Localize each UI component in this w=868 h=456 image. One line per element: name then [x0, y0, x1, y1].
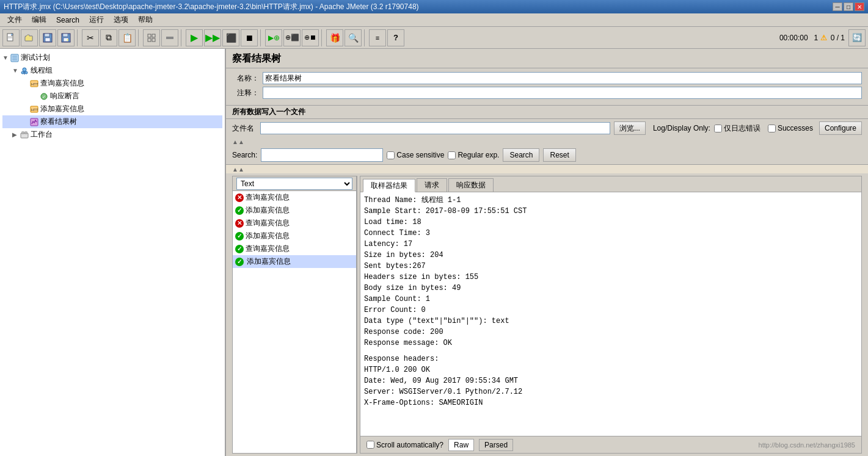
- menu-help[interactable]: 帮助: [133, 13, 158, 26]
- raw-button[interactable]: Raw: [448, 439, 474, 451]
- successes-checkbox[interactable]: [768, 125, 776, 132]
- scroll-auto-label[interactable]: Scroll automatically?: [367, 441, 443, 449]
- toolbar-remote-shutdown[interactable]: ⊕⏹: [302, 29, 319, 46]
- detail-line: Server: WSGIServer/0.1 Python/2.7.12: [364, 386, 858, 397]
- expand-icon-add: ▶: [22, 106, 29, 112]
- menu-options[interactable]: 选项: [109, 13, 133, 26]
- maximize-button[interactable]: □: [844, 2, 853, 11]
- status-green-icon: ✓: [235, 232, 244, 241]
- status-green-icon: ✓: [235, 245, 244, 253]
- panel-divider-2[interactable]: ▲▲: [226, 165, 868, 173]
- tree-item-assertion[interactable]: ▶ ✓ 响应断言: [2, 90, 222, 103]
- list-item[interactable]: ✓添加嘉宾信息: [233, 204, 356, 217]
- toolbar-shutdown[interactable]: ⏹: [241, 29, 258, 46]
- search-input[interactable]: [261, 148, 383, 162]
- menu-file[interactable]: 文件: [2, 13, 27, 26]
- file-input[interactable]: [260, 122, 610, 134]
- toolbar-log-level[interactable]: ≡: [369, 29, 386, 46]
- detail-line: Response code: 200: [364, 327, 858, 338]
- name-input[interactable]: [263, 72, 862, 84]
- toolbar-saveas[interactable]: *: [57, 29, 75, 46]
- expand-icon: ▼: [2, 54, 10, 61]
- error-only-label[interactable]: 仅日志错误: [714, 123, 760, 134]
- toolbar-help[interactable]: ?: [387, 29, 404, 46]
- tab-request[interactable]: 请求: [417, 178, 447, 192]
- tab-sampler-result[interactable]: 取样器结果: [363, 179, 415, 192]
- comment-input[interactable]: [263, 87, 862, 99]
- list-item[interactable]: ✓查询嘉宾信息: [233, 242, 356, 255]
- panel-title: 察看结果树: [232, 53, 281, 63]
- browse-button[interactable]: 浏览...: [614, 121, 646, 135]
- list-item[interactable]: ✓添加嘉宾信息: [233, 230, 356, 242]
- titlebar-buttons: ─ □ ✕: [833, 2, 864, 11]
- regular-exp-label[interactable]: Regular exp.: [448, 151, 499, 159]
- expand-icon-thread: ▼: [12, 67, 20, 74]
- tab-response-data[interactable]: 响应数据: [448, 178, 494, 192]
- search-label: Search:: [232, 151, 257, 159]
- toolbar-copy[interactable]: ⧉: [100, 29, 117, 46]
- tree-item-threadgroup[interactable]: ▼ 线程组: [2, 64, 222, 77]
- name-label: 名称：: [232, 73, 263, 84]
- parsed-button[interactable]: Parsed: [479, 439, 513, 451]
- detail-panel: 取样器结果 请求 响应数据 Thread Name: 线程组 1-1Sample…: [360, 176, 862, 454]
- toolbar-open[interactable]: [21, 29, 38, 46]
- detail-line: X-Frame-Options: SAMEORIGIN: [364, 397, 858, 408]
- regular-exp-checkbox[interactable]: [448, 151, 456, 159]
- tree-item-query1[interactable]: ▶ HTTP 查询嘉宾信息: [2, 77, 222, 90]
- svg-rect-5: [45, 34, 49, 37]
- tree-item-listener[interactable]: ▶ 察看结果树: [2, 115, 222, 128]
- list-item[interactable]: ✓添加嘉宾信息: [233, 255, 356, 268]
- detail-line: Data type ("text"|"bin"|""): text: [364, 316, 858, 327]
- search-button[interactable]: Search: [503, 148, 539, 162]
- list-type-select[interactable]: Text: [236, 178, 352, 190]
- scroll-auto-checkbox[interactable]: [367, 441, 374, 449]
- name-row: 名称：: [232, 72, 862, 84]
- tree-item-add[interactable]: ▶ HTTP 添加嘉宾信息: [2, 103, 222, 115]
- close-button[interactable]: ✕: [855, 2, 864, 11]
- sep4: [260, 29, 263, 46]
- toolbar-cut[interactable]: ✂: [82, 29, 99, 46]
- detail-line: Sent bytes:267: [364, 261, 858, 272]
- toolbar-expand[interactable]: [143, 29, 160, 46]
- list-item-label: 查询嘉宾信息: [246, 192, 290, 203]
- tree-panel: ▼ 测试计划 ▼ 线程组 ▶ HTTP 查询嘉宾信息 ▶ ✓: [0, 49, 226, 456]
- toolbar-remote-stop[interactable]: ⊕⬛: [283, 29, 301, 46]
- svg-text:HTTP: HTTP: [31, 108, 38, 112]
- menu-edit[interactable]: 编辑: [27, 13, 51, 26]
- list-item[interactable]: ✕查询嘉宾信息: [233, 217, 356, 230]
- toolbar-collapse[interactable]: [161, 29, 178, 46]
- tree-item-testplan[interactable]: ▼ 测试计划: [2, 51, 222, 64]
- toolbar-new[interactable]: [2, 29, 20, 46]
- results-area: Text ✕查询嘉宾信息✓添加嘉宾信息✕查询嘉宾信息✓添加嘉宾信息✓查询嘉宾信息…: [226, 173, 868, 456]
- case-sensitive-label[interactable]: Case sensitive: [387, 151, 444, 159]
- toolbar-templates[interactable]: 🎁: [326, 29, 343, 46]
- toolbar-start-no-pause[interactable]: ▶▶: [204, 29, 221, 46]
- reset-button[interactable]: Reset: [543, 148, 575, 162]
- toolbar-log[interactable]: 🔄: [848, 29, 866, 46]
- toolbar-search[interactable]: 🔍: [345, 29, 362, 46]
- case-sensitive-checkbox[interactable]: [387, 151, 395, 159]
- menu-run[interactable]: 运行: [84, 13, 109, 26]
- divider-arrow-2: ▲▲: [232, 166, 244, 173]
- toolbar-paste[interactable]: 📋: [119, 29, 136, 46]
- svg-point-20: [23, 68, 26, 71]
- warning-count: 1 ⚠: [814, 34, 827, 42]
- panel-divider[interactable]: ▲▲: [226, 137, 868, 146]
- list-item[interactable]: ✕查询嘉宾信息: [233, 191, 356, 204]
- toolbar-save[interactable]: [39, 29, 56, 46]
- svg-rect-11: [148, 34, 151, 37]
- successes-label[interactable]: Successes: [768, 124, 813, 132]
- error-only-checkbox[interactable]: [714, 125, 722, 132]
- configure-button[interactable]: Configure: [819, 121, 862, 135]
- sep6: [364, 29, 367, 46]
- detail-line: Size in bytes: 204: [364, 250, 858, 261]
- tabs-bar: 取样器结果 请求 响应数据: [360, 176, 861, 192]
- toolbar-start[interactable]: ▶: [186, 29, 203, 46]
- minimize-button[interactable]: ─: [833, 2, 842, 11]
- toolbar-remote-start[interactable]: ▶⊕: [265, 29, 282, 46]
- titlebar-title: HTTP请求.jmx (C:\Users\test\Desktop\apache…: [4, 2, 419, 12]
- tree-item-workbench[interactable]: ▶ 工作台: [2, 128, 222, 141]
- detail-line: Sample Start: 2017-08-09 17:55:51 CST: [364, 206, 858, 217]
- menu-search[interactable]: Search: [51, 15, 84, 26]
- toolbar-stop[interactable]: ⬛: [222, 29, 239, 46]
